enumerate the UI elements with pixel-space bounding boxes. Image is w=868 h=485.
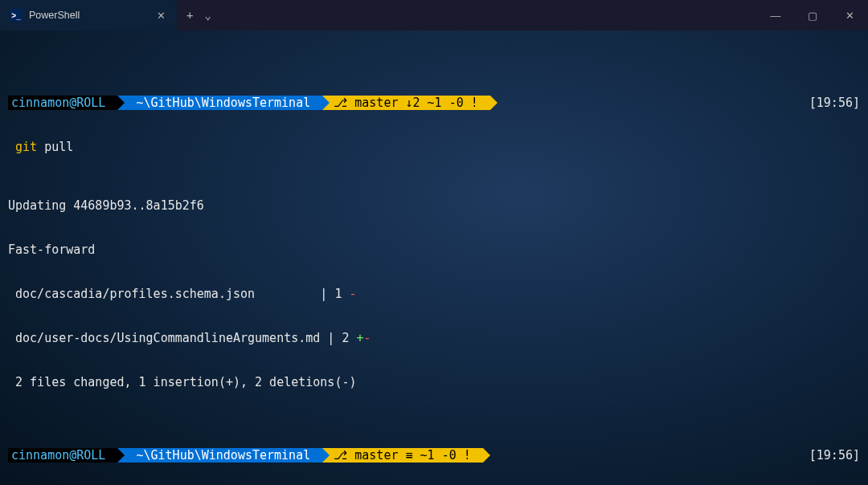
titlebar: >_ PowerShell ✕ + ⌄ — ▢ ✕	[0, 0, 868, 31]
terminal-body[interactable]: cinnamon@ROLL ~\GitHub\WindowsTerminal ⎇…	[0, 31, 868, 485]
output-line: Fast-forward	[8, 243, 860, 257]
close-button[interactable]: ✕	[831, 0, 868, 31]
branch-icon: ⎇	[334, 448, 347, 463]
output-line: Updating 44689b93..8a15b2f6	[8, 198, 860, 213]
minimize-button[interactable]: —	[757, 0, 794, 31]
output-summary: 2 files changed, 1 insertion(+), 2 delet…	[8, 375, 860, 389]
command-args: pull	[44, 140, 73, 154]
tab-dropdown-icon[interactable]: ⌄	[204, 9, 211, 22]
user-host-segment: cinnamon@ROLL	[8, 96, 117, 110]
user-host-segment: cinnamon@ROLL	[8, 448, 117, 463]
close-tab-icon[interactable]: ✕	[154, 6, 169, 25]
terminal-window: >_ PowerShell ✕ + ⌄ — ▢ ✕ cinnamon@ROLL …	[0, 0, 868, 485]
tab-actions: + ⌄	[177, 0, 221, 31]
diff-minus: -	[349, 287, 356, 301]
timestamp: [19:56]	[809, 448, 860, 463]
timestamp: [19:56]	[809, 96, 860, 110]
branch-icon: ⎇	[334, 96, 347, 110]
tab-powershell[interactable]: >_ PowerShell ✕	[0, 0, 177, 31]
output-diff-line: doc/cascadia/profiles.schema.json | 1 -	[8, 287, 860, 301]
diff-minus: -	[364, 331, 371, 345]
git-branch-segment: ⎇ master ≡ ~1 -0 !	[322, 448, 483, 463]
powershell-icon: >_	[10, 9, 23, 22]
output-diff-line: doc/user-docs/UsingCommandlineArguments.…	[8, 331, 860, 345]
command-line: git pull	[8, 140, 860, 154]
diff-plus: +	[356, 331, 363, 345]
path-segment: ~\GitHub\WindowsTerminal	[117, 96, 322, 110]
new-tab-button[interactable]: +	[186, 9, 193, 22]
prompt-line: cinnamon@ROLL ~\GitHub\WindowsTerminal ⎇…	[8, 96, 860, 110]
command-git: git	[8, 140, 44, 154]
git-branch-segment: ⎇ master ↓2 ~1 -0 !	[322, 96, 490, 110]
prompt-line: cinnamon@ROLL ~\GitHub\WindowsTerminal ⎇…	[8, 448, 860, 463]
path-segment: ~\GitHub\WindowsTerminal	[117, 448, 322, 463]
maximize-button[interactable]: ▢	[794, 0, 831, 31]
tab-title: PowerShell	[29, 10, 80, 21]
window-controls: — ▢ ✕	[757, 0, 868, 31]
